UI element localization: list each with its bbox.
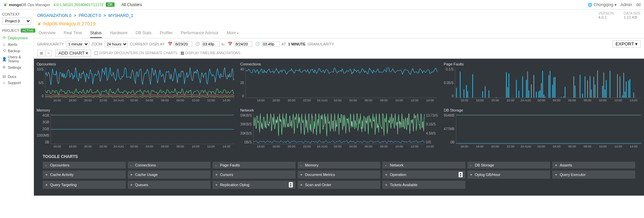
opt-separate-opcounters[interactable]: DISPLAY OPCOUNTERS ON SEPARATE CHARTS xyxy=(95,51,177,55)
chart-title: Memory xyxy=(37,108,234,112)
stepper-icon[interactable]: ▲▼ xyxy=(289,182,293,187)
plus-icon: + xyxy=(130,183,133,187)
toggle-query-executor[interactable]: +Query Executor xyxy=(552,171,635,179)
nav-icon: ⟳ xyxy=(2,36,6,40)
context-select[interactable]: Project 0 xyxy=(2,18,31,24)
tab-real-time[interactable]: Real Time xyxy=(64,28,82,38)
nav-deployment[interactable]: ⟳Deployment xyxy=(2,35,32,41)
brand-logo[interactable]: ❦ mongoDB Ops Manager xyxy=(3,2,50,7)
toggle-network[interactable]: -Network xyxy=(382,162,465,169)
bc-org[interactable]: ORGANIZATION 0 xyxy=(37,13,71,18)
plus-icon: + xyxy=(215,183,218,187)
nav-users-teams[interactable]: 👤Users & Teams xyxy=(2,54,32,64)
stepper-icon[interactable]: ▲▼ xyxy=(459,172,463,177)
toggle-queues[interactable]: +Queues xyxy=(128,181,211,189)
xaxis: 16:0018:0020:0022:0024 AUG02:0004:0006:0… xyxy=(240,145,438,148)
toggle-cache-usage[interactable]: +Cache Usage xyxy=(128,171,211,179)
chart-plot[interactable] xyxy=(245,67,438,98)
chart-title: Connections xyxy=(240,62,438,66)
toggle-label: Asserts xyxy=(560,163,572,167)
toggle-page-faults[interactable]: -Page Faults xyxy=(213,162,296,169)
toggle-label: Cache Activity xyxy=(50,173,74,177)
chart-plot[interactable] xyxy=(253,114,425,144)
yaxis-left: 4GB3GB2GB1000MB0B xyxy=(37,114,51,144)
add-chart-button[interactable]: ADD CHART ▾ xyxy=(55,49,91,57)
tab-overview[interactable]: Overview xyxy=(39,28,56,38)
zoom-label: ZOOM xyxy=(91,42,102,46)
nav-label: Docs xyxy=(8,75,16,79)
brand-light: DB xyxy=(21,3,26,7)
plus-icon: + xyxy=(45,183,48,187)
tab-hardware[interactable]: Hardware xyxy=(110,28,127,38)
toggle-tickets-available[interactable]: +Tickets Available xyxy=(382,181,465,189)
date-from-input[interactable] xyxy=(175,41,192,47)
zoom-select[interactable]: 24 hours xyxy=(104,41,128,47)
nav-icon: 👤 xyxy=(2,57,6,61)
toggle-label: Memory xyxy=(305,163,319,167)
yaxis-left: 59KB/S39KB/S20KB/S0B/S xyxy=(240,114,253,144)
nav-docs[interactable]: ▤Docs xyxy=(2,73,32,80)
tab-db-stats[interactable]: DB Stats xyxy=(136,28,152,38)
toggle-memory[interactable]: -Memory xyxy=(298,162,381,169)
time-from-input[interactable] xyxy=(202,41,220,47)
toggle-label: Cache Usage xyxy=(135,173,158,177)
nav-backup[interactable]: ⟲Backup xyxy=(2,47,32,54)
chart-title: DB Storage xyxy=(444,108,641,112)
plus-icon: + xyxy=(555,163,558,167)
plus-icon: + xyxy=(385,183,388,187)
toggle-operation[interactable]: +Operation▲▼ xyxy=(382,171,465,179)
toggle-label: Opcounters xyxy=(50,163,69,167)
brand-bold: mongo xyxy=(9,3,21,7)
chart-plot[interactable] xyxy=(45,67,234,98)
toggle-opcounters[interactable]: -Opcounters xyxy=(43,162,126,169)
toggle-label: Cursors xyxy=(220,173,233,177)
minus-icon: - xyxy=(45,163,48,167)
opt-timeline-annotations[interactable]: DISPLAY TIMELINE ANNOTATIONS xyxy=(181,51,240,55)
chart-plot[interactable] xyxy=(51,114,234,144)
toggle-connections[interactable]: -Connections xyxy=(128,162,211,169)
toggle-cache-activity[interactable]: +Cache Activity xyxy=(43,171,126,179)
toggle-cursors[interactable]: +Cursors xyxy=(213,171,296,179)
toggle-document-metrics[interactable]: +Document Metrics xyxy=(298,171,381,179)
grid-view-button[interactable]: ▦ xyxy=(38,50,45,56)
tab-status[interactable]: Status xyxy=(90,28,102,38)
toggle-query-targeting[interactable]: +Query Targeting xyxy=(43,181,126,189)
toggle-db-storage[interactable]: -DB Storage xyxy=(467,162,550,169)
granularity-select[interactable]: 1 minute xyxy=(66,41,89,47)
chart-page-faults: Page Faults0.1/S0.05/S016:0018:0020:0022… xyxy=(444,62,641,102)
time-to-input[interactable] xyxy=(262,41,280,47)
nav-alerts[interactable]: △Alerts xyxy=(2,41,32,47)
bc-proj[interactable]: PROJECT 0 xyxy=(79,13,101,18)
list-view-button[interactable]: ≡ xyxy=(45,50,52,56)
breadcrumb: ORGANIZATION 0 > PROJECT 0 > MYSHARD_1 xyxy=(37,13,133,18)
toggle-asserts[interactable]: +Asserts xyxy=(552,162,635,169)
export-button[interactable]: EXPORT ▾ xyxy=(612,40,641,47)
date-to-input[interactable] xyxy=(235,41,252,47)
region-selector[interactable]: 🌐 Chongqing ▾ xyxy=(588,2,617,7)
checkbox-icon xyxy=(95,52,98,55)
toggle-label: Queues xyxy=(135,183,148,187)
tab-performance-advisor[interactable]: Performance Advisor xyxy=(181,28,218,38)
xaxis: 16:0018:0020:0022:0024 AUG02:0004:0006:0… xyxy=(37,99,234,102)
tab-more[interactable]: More xyxy=(227,28,239,38)
project-active-badge: ACTIVE xyxy=(21,28,35,33)
host-title: hdp06.thinkjoy.tt:27019 xyxy=(43,21,96,26)
all-clusters-link[interactable]: All Clusters xyxy=(121,2,142,7)
leaf-icon: ❦ xyxy=(3,2,7,7)
toggle-replication-oplog[interactable]: +Replication Oplog▲▼ xyxy=(213,181,296,189)
chart-connections: Connections4020016:0018:0020:0022:0024 A… xyxy=(240,62,438,102)
nav-settings[interactable]: ⚙Settings xyxy=(2,64,32,71)
minus-icon: - xyxy=(300,163,303,167)
chart-plot[interactable] xyxy=(456,114,641,144)
nav-label: Deployment xyxy=(8,36,28,40)
plus-icon: + xyxy=(300,173,303,177)
chart-plot[interactable] xyxy=(455,67,641,98)
toggle-scan-and-order[interactable]: +Scan and Order xyxy=(298,181,381,189)
admin-link[interactable]: Admin xyxy=(621,2,632,7)
bc-entity[interactable]: MYSHARD_1 xyxy=(108,13,133,18)
nav-support[interactable]: ☺Support xyxy=(2,80,32,86)
toggle-oplog-gb-hour[interactable]: +Oplog GB/Hour xyxy=(467,171,550,179)
tab-profiler[interactable]: Profiler xyxy=(160,28,173,38)
granularity-value: 1 MINUTE xyxy=(288,42,305,46)
top-extra: dd xyxy=(636,2,641,7)
